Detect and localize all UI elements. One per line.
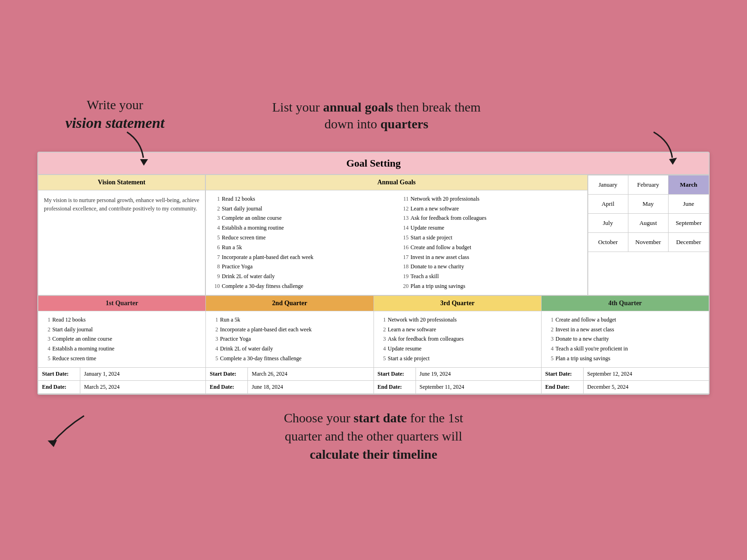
quarter-item-text: Reduce screen time	[52, 355, 96, 363]
q3-dates: Start Date: June 19, 2024 End Date: Sept…	[374, 367, 541, 393]
annotation-goals-line1: List your annual goals then break them	[183, 99, 570, 116]
q4-items: 1Create and follow a budget2Invest in a …	[542, 311, 709, 367]
quarter-item-text: Create and follow a budget	[556, 316, 616, 324]
quarter-num: 4	[545, 345, 554, 353]
quarter-item-text: Network with 20 professionals	[388, 316, 457, 324]
quarter-item-text: Incorporate a plant-based diet each week	[220, 326, 311, 334]
quarter-item: 4Establish a morning routine	[42, 344, 202, 354]
quarter-item: 4Update resume	[378, 344, 537, 354]
calendar-month: December	[669, 233, 709, 252]
bottom-arrow	[37, 413, 98, 451]
bottom-annotation: Choose your start date for the 1st quart…	[121, 409, 626, 464]
calendar-month: June	[669, 195, 709, 214]
bottom-line1: Choose your start date for the 1st	[121, 409, 626, 427]
calendar-month: August	[628, 214, 669, 233]
quarter-item-text: Ask for feedback from colleagues	[388, 335, 464, 343]
quarter-num: 4	[378, 345, 386, 353]
svg-marker-2	[48, 440, 57, 447]
quarter-num: 5	[210, 355, 218, 363]
arrow-goals	[644, 132, 682, 165]
q1-dates: Start Date: January 1, 2024 End Date: Ma…	[38, 367, 205, 393]
goal-item: 8Practice Yoga	[210, 262, 395, 272]
q1-start-row: Start Date: January 1, 2024	[38, 368, 205, 381]
goal-num: 5	[210, 234, 220, 242]
quarter-item-text: Complete a 30-day fitness challenge	[220, 355, 302, 363]
quarter-item-text: Run a 5k	[220, 316, 240, 324]
goal-item: 11Network with 20 professionals	[398, 194, 583, 204]
goal-item: 9Drink 2L of water daily	[210, 272, 395, 281]
goal-item: 17Invest in a new asset class	[398, 252, 583, 262]
quarter-item: 1Network with 20 professionals	[378, 315, 537, 325]
goal-text: Start daily journal	[222, 205, 262, 213]
goal-item: 20Plan a trip using savings	[398, 281, 583, 291]
goal-item: 16Create and follow a budget	[398, 243, 583, 252]
q2-dates: Start Date: March 26, 2024 End Date: Jun…	[206, 367, 373, 393]
goal-item: 5Reduce screen time	[210, 233, 395, 243]
arrow-vision	[122, 132, 150, 165]
annotation-goals: List your annual goals then break them d…	[183, 99, 570, 133]
q3-items: 1Network with 20 professionals2Learn a n…	[374, 311, 541, 367]
quarter-item-text: Plan a trip using savings	[556, 355, 610, 363]
q1-end-row: End Date: March 25, 2024	[38, 381, 205, 393]
goal-num: 1	[210, 195, 220, 203]
q4-header: 4th Quarter	[542, 296, 709, 311]
top-section: Vision Statement My vision is to nurture…	[38, 175, 709, 296]
svg-marker-1	[669, 158, 677, 165]
goal-num: 6	[210, 244, 220, 252]
q2-end-label: End Date:	[206, 381, 248, 393]
quarter-num: 3	[210, 335, 218, 343]
goal-text: Read 12 books	[222, 195, 255, 203]
quarter-item-text: Establish a morning routine	[52, 345, 114, 353]
goal-num: 8	[210, 263, 220, 271]
quarter-item-text: Start a side project	[388, 355, 430, 363]
goal-num: 20	[398, 282, 409, 290]
vision-header: Vision Statement	[38, 175, 205, 190]
goal-text: Donate to a new charity	[410, 263, 464, 271]
goal-item: 15Start a side project	[398, 233, 583, 243]
q2-start-row: Start Date: March 26, 2024	[206, 368, 373, 381]
quarter-num: 5	[378, 355, 386, 363]
goal-num: 14	[398, 224, 409, 232]
calendar-month: January	[588, 175, 628, 195]
q4-end-value: December 5, 2024	[584, 381, 709, 393]
q3-end-label: End Date:	[374, 381, 416, 393]
calendar-month: July	[588, 214, 628, 233]
goal-text: Plan a trip using savings	[410, 282, 465, 290]
annotation-vision-line1: Write your	[65, 97, 164, 113]
quarter-item-text: Read 12 books	[52, 316, 85, 324]
q1-end-label: End Date:	[38, 381, 80, 393]
goal-text: Network with 20 professionals	[410, 195, 479, 203]
quarter-num: 4	[42, 345, 50, 353]
goal-item: 13Ask for feedback from colleagues	[398, 213, 583, 223]
goals-col-1: 1Read 12 books2Start daily journal3Compl…	[210, 194, 395, 291]
quarter-num: 4	[210, 345, 218, 353]
quarters-section: 1st Quarter 1Read 12 books2Start daily j…	[38, 296, 709, 394]
goal-item: 4Establish a morning routine	[210, 223, 395, 233]
quarter-item-text: Practice Yoga	[220, 335, 251, 343]
goal-text: Invest in a new asset class	[410, 253, 469, 261]
q4-panel: 4th Quarter 1Create and follow a budget2…	[542, 296, 709, 393]
svg-marker-0	[140, 159, 148, 166]
goal-text: Complete a 30-day fitness challenge	[222, 282, 303, 290]
main-card: Goal Setting Vision Statement My vision …	[37, 152, 710, 395]
goal-text: Establish a morning routine	[222, 224, 284, 232]
q2-start-label: Start Date:	[206, 368, 248, 380]
q2-start-value: March 26, 2024	[248, 368, 373, 380]
calendar-month: October	[588, 233, 628, 252]
quarter-item: 3Practice Yoga	[210, 334, 369, 344]
quarter-item: 2Invest in a new asset class	[545, 325, 705, 335]
quarter-num: 3	[378, 335, 386, 343]
goal-text: Reduce screen time	[222, 234, 266, 242]
calendar-month: April	[588, 195, 628, 214]
quarter-item: 5Complete a 30-day fitness challenge	[210, 354, 369, 364]
quarter-item-text: Drink 2L of water daily	[220, 345, 273, 353]
quarter-item: 1Read 12 books	[42, 315, 202, 325]
calendar-grid: JanuaryFebruaryMarchAprilMayJuneJulyAugu…	[588, 175, 709, 252]
q4-end-row: End Date: December 5, 2024	[542, 381, 709, 393]
goal-text: Run a 5k	[222, 244, 242, 252]
quarter-item: 5Reduce screen time	[42, 354, 202, 364]
quarter-item-text: Complete an online course	[52, 335, 112, 343]
goals-col-2: 11Network with 20 professionals12Learn a…	[398, 194, 583, 291]
quarter-num: 3	[42, 335, 50, 343]
q4-dates: Start Date: September 12, 2024 End Date:…	[542, 367, 709, 393]
